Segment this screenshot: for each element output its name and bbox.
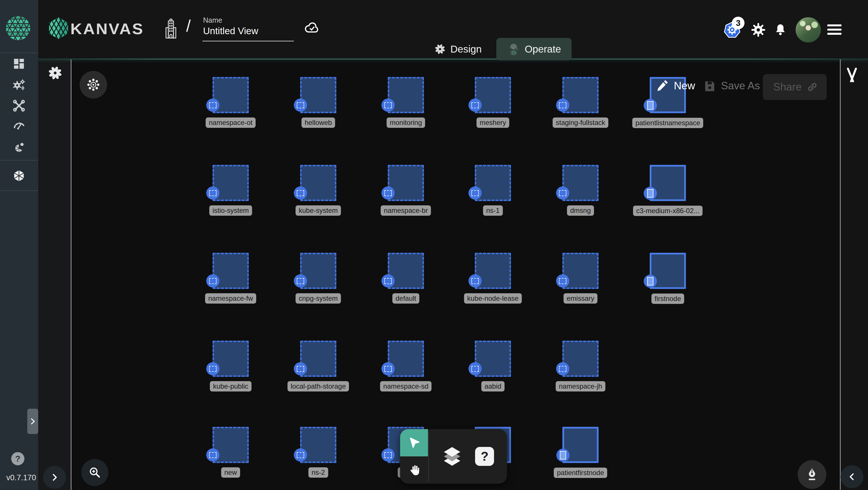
- node-kind-icon: [209, 102, 217, 108]
- pan-hand-tool[interactable]: [400, 456, 428, 484]
- version-label: v0.7.170: [6, 473, 36, 482]
- namespace-node[interactable]: namespace-fw: [213, 253, 249, 289]
- node-handle[interactable]: [556, 186, 569, 200]
- tab-design[interactable]: Design: [434, 39, 482, 59]
- sidebar-divider: [0, 160, 38, 160]
- chevron-right-icon: [29, 418, 36, 425]
- building-icon: [164, 19, 177, 39]
- node-handle[interactable]: [294, 98, 307, 112]
- help-icon[interactable]: ?: [475, 447, 494, 466]
- node-handle[interactable]: [556, 362, 569, 375]
- node-handle[interactable]: [381, 186, 395, 200]
- sidebar-item-performance[interactable]: [11, 118, 26, 133]
- kanvas-app: namespace-othellowebmonitoringmesherysta…: [0, 0, 868, 490]
- node-handle[interactable]: [556, 98, 569, 112]
- notifications-button[interactable]: [773, 22, 788, 37]
- avatar[interactable]: [796, 17, 821, 42]
- node-label: c3-medium-x86-02...: [633, 206, 703, 216]
- namespace-node[interactable]: ns-2: [300, 427, 336, 463]
- canvas-toolbar: ?: [400, 429, 507, 484]
- lifecycle-gears-icon: [12, 78, 26, 92]
- node-handle[interactable]: [644, 275, 657, 288]
- namespace-node[interactable]: aabid: [475, 341, 511, 377]
- node-handle[interactable]: [294, 448, 307, 462]
- tab-operate[interactable]: Operate: [496, 38, 571, 60]
- node-label: emissary: [563, 293, 597, 304]
- node-handle[interactable]: [206, 98, 219, 112]
- node-handle[interactable]: [381, 98, 395, 112]
- node-kind-icon: [559, 278, 566, 284]
- node-handle[interactable]: [468, 362, 482, 375]
- sidebar-divider: [0, 190, 38, 191]
- expand-panel-button[interactable]: [43, 466, 66, 489]
- namespace-node[interactable]: kube-system: [300, 165, 336, 201]
- sidebar-item-configuration[interactable]: [11, 98, 26, 113]
- namespace-node[interactable]: local-path-storage: [300, 341, 336, 377]
- sidebar-item-extensions[interactable]: [11, 140, 26, 155]
- layers-icon[interactable]: [442, 446, 462, 466]
- zoom-in-button[interactable]: [81, 459, 108, 486]
- sidebar-help-button[interactable]: ?: [11, 452, 24, 465]
- node-label: monitoring: [386, 118, 425, 128]
- sidebar-item-kanvas[interactable]: [11, 168, 26, 183]
- settings-button[interactable]: [750, 22, 766, 38]
- namespace-node[interactable]: patientfirstnode: [562, 427, 598, 463]
- namespace-node[interactable]: c3-medium-x86-02...: [650, 165, 686, 201]
- menu-button[interactable]: [826, 23, 842, 36]
- view-name-input[interactable]: [203, 25, 295, 37]
- sidebar-expand-tab[interactable]: [27, 409, 38, 434]
- new-view-button[interactable]: New: [656, 80, 695, 92]
- namespace-node[interactable]: staging-fullstack: [562, 77, 598, 113]
- node-handle[interactable]: [294, 274, 307, 287]
- node-handle[interactable]: [381, 274, 395, 287]
- node-handle[interactable]: [206, 448, 219, 462]
- namespace-node[interactable]: kube-public: [213, 341, 249, 377]
- node-handle[interactable]: [644, 99, 657, 112]
- namespace-node[interactable]: monitoring: [388, 77, 424, 113]
- namespace-node[interactable]: cnpg-system: [300, 253, 336, 289]
- pen-nib-icon: [805, 468, 819, 481]
- namespace-node[interactable]: default: [388, 253, 424, 289]
- namespace-node[interactable]: emissary: [562, 253, 598, 289]
- node-handle[interactable]: [381, 448, 395, 462]
- node-handle[interactable]: [206, 186, 219, 200]
- namespace-node[interactable]: new: [213, 427, 249, 463]
- node-label: helloweb: [302, 118, 335, 128]
- node-handle[interactable]: [206, 362, 219, 375]
- share-button[interactable]: Share: [763, 74, 827, 100]
- namespace-node[interactable]: kube-node-lease: [475, 253, 511, 289]
- node-handle[interactable]: [556, 274, 569, 287]
- namespace-node[interactable]: namespace-ot: [213, 77, 249, 113]
- node-handle[interactable]: [468, 98, 482, 112]
- namespace-node[interactable]: namespace-jh: [562, 341, 598, 377]
- namespace-node[interactable]: firstnode: [650, 253, 686, 289]
- node-handle[interactable]: [206, 274, 219, 287]
- namespace-node[interactable]: helloweb: [300, 77, 336, 113]
- node-handle[interactable]: [381, 362, 395, 375]
- cloud-save-status-button[interactable]: [304, 21, 320, 35]
- node-handle[interactable]: [468, 186, 482, 200]
- mesh-sync-button[interactable]: [80, 71, 107, 98]
- namespace-node[interactable]: namespace-br: [388, 165, 424, 201]
- node-handle[interactable]: [644, 187, 657, 200]
- design-spiral-icon[interactable]: [48, 65, 63, 81]
- save-as-button[interactable]: Save As: [704, 80, 760, 92]
- node-handle[interactable]: [294, 362, 307, 375]
- namespace-node[interactable]: dmsng: [562, 165, 598, 201]
- sidebar-item-lifecycle[interactable]: [11, 77, 26, 92]
- sidebar-item-dashboard[interactable]: [11, 56, 26, 71]
- namespace-node[interactable]: meshery: [475, 77, 511, 113]
- namespace-node[interactable]: namespace-sd: [388, 341, 424, 377]
- collapse-right-panel-button[interactable]: [840, 465, 863, 488]
- node-kind-icon: [384, 190, 392, 196]
- node-handle[interactable]: [556, 449, 569, 462]
- pen-tool-button[interactable]: [798, 460, 826, 489]
- node-label: namespace-fw: [205, 293, 256, 304]
- organization-button[interactable]: [164, 19, 177, 40]
- node-handle[interactable]: [294, 186, 307, 200]
- namespace-node[interactable]: ns-1: [475, 165, 511, 201]
- namespace-node[interactable]: istio-system: [213, 165, 249, 201]
- chevron-right-icon: [50, 472, 59, 482]
- cursor-select-tool[interactable]: [400, 429, 428, 456]
- node-handle[interactable]: [468, 274, 482, 287]
